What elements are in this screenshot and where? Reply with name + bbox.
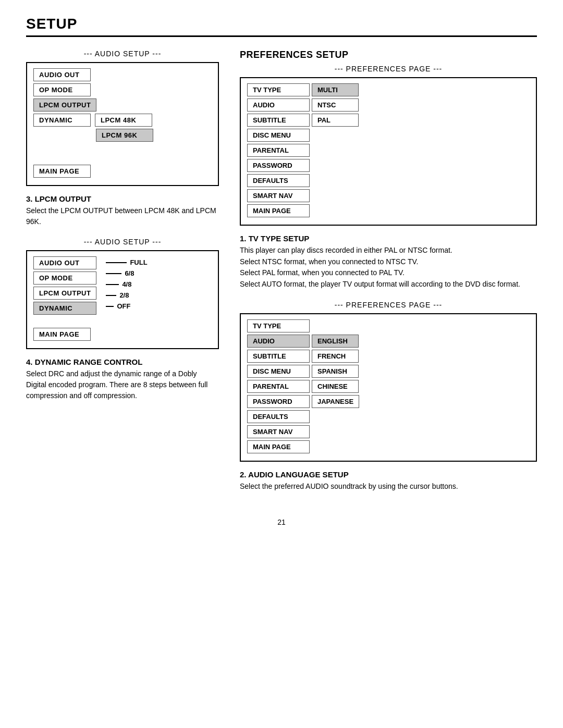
- section-1-note: 1. TV TYPE SETUP This player can play di…: [240, 234, 537, 290]
- pref-title: PREFERENCES SETUP: [240, 50, 537, 60]
- pref2-tv-type[interactable]: TV TYPE: [247, 319, 310, 332]
- menu1-main-page[interactable]: MAIN PAGE: [33, 165, 91, 178]
- section-3-text: Select the LPCM OUTPUT between LPCM 48K …: [26, 205, 219, 227]
- pref-page-label-2: --- PREFERENCES PAGE ---: [240, 301, 537, 309]
- drc-2-8: 2/8: [119, 291, 129, 299]
- pref2-audio[interactable]: AUDIO: [247, 335, 310, 348]
- pref1-tv-type[interactable]: TV TYPE: [247, 83, 310, 96]
- drc-4-8: 4/8: [122, 280, 131, 288]
- menu1-op-mode[interactable]: OP MODE: [33, 83, 91, 96]
- pref1-disc-menu[interactable]: DISC MENU: [247, 129, 310, 142]
- menu2-lpcm-output[interactable]: LPCM OUTPUT: [33, 287, 96, 300]
- menu2-audio-out[interactable]: AUDIO OUT: [33, 256, 96, 269]
- drc-off: OFF: [117, 302, 130, 310]
- pref1-defaults[interactable]: DEFAULTS: [247, 174, 310, 187]
- section-4-text: Select DRC and adjust the dynamic range …: [26, 368, 219, 401]
- pref-menu-1: TV TYPE MULTI AUDIO NTSC SUBTITLE PAL DI…: [240, 77, 537, 226]
- section-1-text: This player can play discs recorded in e…: [240, 245, 537, 290]
- audio-setup-label-1: --- AUDIO SETUP ---: [26, 50, 219, 58]
- pref1-pal[interactable]: PAL: [312, 114, 359, 127]
- menu1-audio-out[interactable]: AUDIO OUT: [33, 68, 91, 81]
- drc-slider: FULL 6/8 4/8 2/8: [106, 256, 147, 315]
- drc-6-8: 6/8: [125, 269, 134, 277]
- pref2-parental[interactable]: PARENTAL: [247, 380, 310, 393]
- section-2-heading: 2. AUDIO LANGUAGE SETUP: [240, 470, 537, 479]
- pref2-french[interactable]: FRENCH: [312, 350, 359, 363]
- drc-full: FULL: [130, 258, 147, 266]
- pref1-audio[interactable]: AUDIO: [247, 98, 310, 112]
- pref2-defaults[interactable]: DEFAULTS: [247, 410, 310, 423]
- pref1-subtitle[interactable]: SUBTITLE: [247, 114, 310, 127]
- pref2-chinese[interactable]: CHINESE: [312, 380, 359, 393]
- section-4-heading: 4. DYNAMIC RANGE CONTROL: [26, 357, 219, 366]
- pref1-smart-nav[interactable]: SMART NAV: [247, 189, 310, 202]
- section-4-note: 4. DYNAMIC RANGE CONTROL Select DRC and …: [26, 357, 219, 401]
- audio-menu-1: AUDIO OUT OP MODE LPCM OUTPUT DYNAMIC LP…: [26, 62, 219, 186]
- menu1-dynamic[interactable]: DYNAMIC: [33, 114, 91, 127]
- pref2-password[interactable]: PASSWORD: [247, 395, 310, 408]
- menu1-lpcm-output[interactable]: LPCM OUTPUT: [33, 98, 96, 112]
- pref-menu-2: TV TYPE AUDIO ENGLISH SUBTITLE FRENCH DI…: [240, 313, 537, 462]
- pref1-main-page[interactable]: MAIN PAGE: [247, 204, 310, 217]
- pref2-japanese[interactable]: JAPANESE: [312, 395, 359, 408]
- pref2-main-page[interactable]: MAIN PAGE: [247, 440, 310, 453]
- menu1-lpcm-48k[interactable]: LPCM 48K: [95, 114, 152, 127]
- pref2-smart-nav[interactable]: SMART NAV: [247, 425, 310, 438]
- section-2-text: Select the preferred AUDIO soundtrack by…: [240, 481, 537, 492]
- audio-menu-2: AUDIO OUT OP MODE LPCM OUTPUT DYNAMIC FU…: [26, 250, 219, 349]
- pref1-ntsc[interactable]: NTSC: [312, 98, 359, 112]
- pref2-spanish[interactable]: SPANISH: [312, 365, 359, 378]
- pref-page-label-1: --- PREFERENCES PAGE ---: [240, 65, 537, 73]
- menu2-dynamic[interactable]: DYNAMIC: [33, 302, 96, 315]
- page-number: 21: [26, 518, 537, 526]
- pref1-multi[interactable]: MULTI: [312, 83, 359, 96]
- page-title: SETUP: [26, 16, 537, 37]
- pref2-subtitle[interactable]: SUBTITLE: [247, 350, 310, 363]
- left-column: --- AUDIO SETUP --- AUDIO OUT OP MODE LP…: [26, 50, 219, 502]
- pref2-disc-menu[interactable]: DISC MENU: [247, 365, 310, 378]
- section-3-heading: 3. LPCM OUTPUT: [26, 194, 219, 203]
- audio-setup-label-2: --- AUDIO SETUP ---: [26, 238, 219, 246]
- pref1-parental[interactable]: PARENTAL: [247, 144, 310, 157]
- section-3-note: 3. LPCM OUTPUT Select the LPCM OUTPUT be…: [26, 194, 219, 227]
- right-column: PREFERENCES SETUP --- PREFERENCES PAGE -…: [240, 50, 537, 502]
- section-1-heading: 1. TV TYPE SETUP: [240, 234, 537, 243]
- menu1-lpcm-96k[interactable]: LPCM 96K: [96, 129, 153, 142]
- section-2-note: 2. AUDIO LANGUAGE SETUP Select the prefe…: [240, 470, 537, 492]
- menu2-op-mode[interactable]: OP MODE: [33, 272, 96, 285]
- pref1-password[interactable]: PASSWORD: [247, 159, 310, 172]
- menu2-main-page[interactable]: MAIN PAGE: [33, 328, 91, 341]
- pref2-english[interactable]: ENGLISH: [312, 335, 359, 348]
